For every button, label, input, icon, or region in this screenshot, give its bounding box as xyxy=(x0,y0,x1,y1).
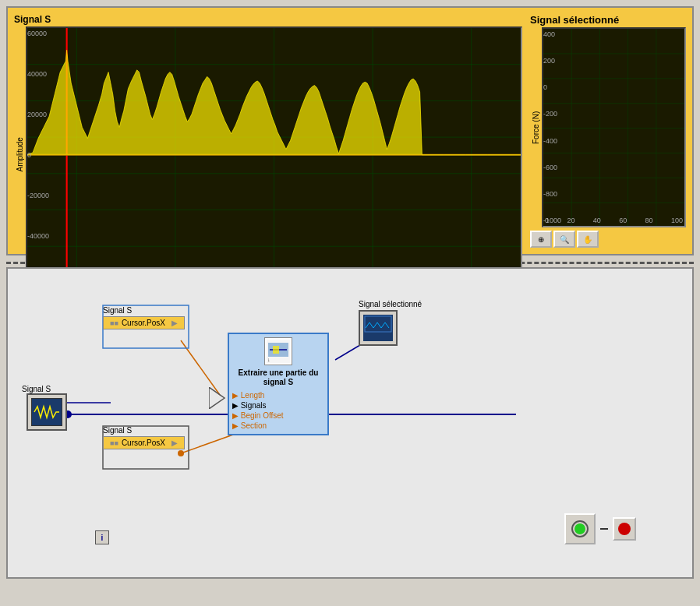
lower-cursor-arrow: ▶ xyxy=(171,439,178,447)
rx-tick-60: 60 xyxy=(619,217,627,224)
right-signal-icon[interactable] xyxy=(359,310,398,346)
left-chart-area: 0 20 40 60 80 100 60000 40000 20000 0 -2… xyxy=(26,26,522,284)
right-y-axis-label: Force (N) xyxy=(530,27,542,227)
svg-point-35 xyxy=(178,450,184,456)
extract-port-section: ▶ Section xyxy=(232,421,324,431)
right-toolbar: ⊕ 🔍 ✋ xyxy=(530,231,686,248)
ry-tick-n800: -800 xyxy=(543,190,561,198)
rx-tick-40: 40 xyxy=(593,217,601,224)
right-signal-node-container: Signal sélectionné xyxy=(359,300,422,346)
top-panel: Signal S Amplitude xyxy=(6,6,694,255)
left-signal-icon xyxy=(31,398,62,426)
info-badge[interactable]: i xyxy=(95,530,109,544)
svg-line-30 xyxy=(181,434,235,453)
right-pan-btn[interactable]: ✋ xyxy=(577,231,599,248)
right-chart-title: Signal sélectionné xyxy=(530,14,686,26)
lower-cursor-marker: ■■ xyxy=(110,439,118,447)
run-stop-controls xyxy=(564,513,636,544)
extract-icon-svg: ↓ xyxy=(267,340,290,363)
ry-tick-200: 200 xyxy=(543,57,561,65)
rx-tick-20: 20 xyxy=(567,217,574,224)
right-chart-container: Signal sélectionné Force (N) xyxy=(530,14,686,248)
rx-tick-80: 80 xyxy=(645,217,653,224)
left-chart-container: Signal S Amplitude xyxy=(14,14,522,248)
y-tick-20k: 20000 xyxy=(27,111,49,118)
upper-group-title: Signal S xyxy=(103,306,185,315)
run-button[interactable] xyxy=(564,513,596,544)
upper-cursor-marker: ■■ xyxy=(110,319,118,327)
svg-rect-41 xyxy=(273,346,279,354)
upper-cursor-arrow: ▶ xyxy=(171,319,178,327)
ry-tick-n600: -600 xyxy=(543,164,561,171)
svg-marker-37 xyxy=(209,387,224,409)
ry-tick-400: 400 xyxy=(543,30,561,38)
upper-signal-group: Signal S ■■ Cursor.PosX ▶ xyxy=(103,306,185,329)
ry-tick-n200: -200 xyxy=(543,110,561,118)
extract-port-length: ▶ Length xyxy=(232,390,324,400)
y-tick-60k: 60000 xyxy=(27,30,49,37)
y-tick-40k: 40000 xyxy=(27,70,49,78)
right-chart-wrapper: Force (N) 0 20 xyxy=(530,27,686,227)
y-tick-n20k: -20000 xyxy=(27,192,49,199)
y-tick-0: 0 xyxy=(27,151,49,159)
y-tick-n40k: -40000 xyxy=(27,232,49,240)
extract-port-signals: ▶ Signals xyxy=(232,400,324,410)
left-chart-svg xyxy=(27,28,521,282)
ry-tick-n1000: -1000 xyxy=(543,217,561,224)
run-indicator xyxy=(574,523,585,534)
svg-rect-15 xyxy=(543,29,684,226)
right-zoom-btn[interactable]: ⊕ xyxy=(530,231,552,248)
diagram-area: Signal S Signal S ■■ Cursor.PosX ▶ Signa… xyxy=(17,278,683,568)
extract-block-icon: ↓ xyxy=(264,337,292,365)
left-signal-label: Signal S xyxy=(22,385,51,393)
extract-block[interactable]: ↓ Extraire une partie du signal S ▶ Leng… xyxy=(228,333,329,435)
triangle-icon xyxy=(209,387,228,409)
upper-cursor-label: Cursor.PosX xyxy=(122,319,165,327)
right-chart-area: 0 20 40 60 80 100 400 200 0 -200 -400 -6… xyxy=(542,27,686,227)
rx-tick-100: 100 xyxy=(671,217,683,224)
info-icon: i xyxy=(101,534,104,542)
ry-tick-n400: -400 xyxy=(543,137,561,145)
left-signal-node[interactable] xyxy=(27,393,67,431)
lower-cursor-posx: ■■ Cursor.PosX ▶ xyxy=(103,436,185,449)
right-fit-btn[interactable]: 🔍 xyxy=(553,231,575,248)
right-chart-svg xyxy=(543,29,684,226)
extract-block-title: Extraire une partie du signal S xyxy=(232,368,324,387)
run-icon xyxy=(571,520,589,537)
waveform-icon xyxy=(33,400,61,424)
svg-text:↓: ↓ xyxy=(267,357,270,362)
lower-cursor-label: Cursor.PosX xyxy=(122,439,165,447)
lower-group-title: Signal S xyxy=(103,426,185,435)
extract-port-begin: ▶ Begin Offset xyxy=(232,410,324,421)
left-y-axis-label: Amplitude xyxy=(14,26,26,284)
lower-signal-group: Signal S ■■ Cursor.PosX ▶ xyxy=(103,426,185,449)
stop-button[interactable] xyxy=(613,517,636,541)
bottom-panel: Signal S Signal S ■■ Cursor.PosX ▶ Signa… xyxy=(6,267,694,579)
right-signal-label: Signal sélectionné xyxy=(359,300,422,308)
left-chart-title: Signal S xyxy=(14,14,522,25)
upper-cursor-posx: ■■ Cursor.PosX ▶ xyxy=(103,316,185,329)
triangle-symbol xyxy=(209,387,228,410)
stop-icon xyxy=(618,523,631,535)
right-waveform-icon xyxy=(363,315,393,341)
left-chart-wrapper: Amplitude xyxy=(14,26,522,284)
ry-tick-0: 0 xyxy=(543,83,561,91)
connector-line xyxy=(600,528,608,530)
